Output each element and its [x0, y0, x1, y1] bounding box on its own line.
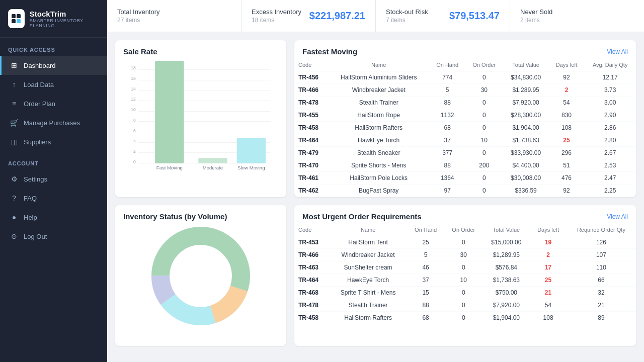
help-icon: ● — [10, 213, 19, 222]
cell-total-value: $33,930.00 — [503, 147, 548, 159]
cell-total-value: $7,920.00 — [482, 299, 530, 312]
sale-rate-card: Sale Rate 0 2 4 6 8 10 12 14 16 18 — [115, 40, 286, 197]
stats-row: Total Inventory 27 items Excess Inventor… — [107, 0, 644, 32]
table-row: TR-463 SunShelter cream 46 0 $576.84 17 … — [294, 261, 636, 274]
cell-days-left: 296 — [549, 147, 585, 159]
cell-on-hand: 15 — [407, 287, 444, 299]
cell-name: HawkEye Torch — [329, 274, 407, 287]
cell-total-value: $34,830.00 — [503, 71, 548, 84]
cell-on-hand: 25 — [407, 236, 444, 249]
cell-name: HailStorm Aluminium Sliders — [328, 71, 429, 84]
cell-code: TR-470 — [294, 159, 328, 172]
logo-subtitle: Smarter Inventory Planning — [30, 18, 99, 28]
sidebar-item-manage-purchases[interactable]: 🛒 Manage Purchases — [0, 113, 107, 132]
most-urgent-card: Most Urgent Order Requirements View All … — [294, 205, 636, 346]
load-data-icon: ↑ — [10, 80, 19, 89]
cell-name: HailStorm Tent — [329, 236, 407, 249]
cell-on-order: 0 — [444, 312, 482, 324]
cell-name: Windbreaker Jacket — [328, 84, 429, 97]
sidebar-item-order-plan[interactable]: ≡ Order Plan — [0, 94, 107, 113]
svg-rect-0 — [12, 14, 16, 18]
cell-on-hand: 68 — [407, 312, 444, 324]
svg-text:12: 12 — [131, 97, 136, 102]
stat-sub: 7 items — [386, 17, 428, 24]
cell-name: HailStorm Rope — [328, 109, 429, 122]
stat-value: $221,987.21 — [309, 10, 365, 22]
cell-on-hand: 5 — [429, 84, 465, 97]
cell-total-value: $15,000.00 — [482, 236, 530, 249]
table-row: TR-468 Sprite T Shirt - Mens 15 0 $750.0… — [294, 287, 636, 299]
sidebar-item-label: Help — [24, 214, 37, 221]
cell-avg-daily: 2.80 — [584, 134, 636, 147]
svg-rect-2 — [12, 19, 16, 23]
sidebar-item-help[interactable]: ● Help — [0, 208, 107, 227]
most-urgent-view-all[interactable]: View All — [607, 213, 628, 220]
stat-label: Excess Inventory — [252, 8, 301, 16]
cell-days-left: 54 — [549, 97, 585, 109]
svg-text:16: 16 — [131, 76, 136, 81]
bar-chart-area: 0 2 4 6 8 10 12 14 16 18 20 — [115, 56, 286, 176]
table-row: TR-455 HailStorm Rope 1132 0 $28,300.00 … — [294, 109, 636, 122]
cell-name: Stealth Trainer — [328, 97, 429, 109]
logo-icon — [8, 9, 25, 28]
cell-avg-daily: 3.73 — [584, 84, 636, 97]
settings-icon: ⚙ — [10, 174, 19, 184]
stat-value: $79,513.47 — [449, 10, 500, 22]
fastest-moving-header: Fastest Moving View All — [294, 40, 636, 59]
svg-rect-28 — [237, 138, 266, 163]
stat-label: Never Sold — [520, 8, 634, 16]
cell-req-qty: 107 — [567, 249, 636, 261]
col-code: Code — [294, 59, 328, 71]
sidebar-item-load-data[interactable]: ↑ Load Data — [0, 75, 107, 94]
svg-text:14: 14 — [131, 86, 136, 92]
cell-on-hand: 97 — [429, 185, 465, 197]
cell-days-left: 51 — [549, 159, 585, 172]
cell-days-left: 108 — [530, 312, 567, 324]
cell-on-hand: 37 — [407, 274, 444, 287]
cell-name: HailStorm Pole Locks — [328, 172, 429, 185]
cell-code: TR-458 — [294, 122, 328, 134]
svg-text:18: 18 — [131, 65, 136, 70]
table-row: TR-453 HailStorm Tent 25 0 $15,000.00 19… — [294, 236, 636, 249]
sidebar-item-suppliers[interactable]: ◫ Suppliers — [0, 132, 107, 151]
cell-name: HawkEye Torch — [328, 134, 429, 147]
sidebar-item-label: Log Out — [24, 233, 47, 240]
svg-text:Moderate: Moderate — [203, 165, 223, 170]
col-total-value: Total Value — [503, 59, 548, 71]
donut-chart — [145, 221, 256, 331]
cell-name: BugFast Spray — [328, 185, 429, 197]
cell-on-order: 0 — [465, 122, 503, 134]
cell-on-hand: 37 — [429, 134, 465, 147]
cell-code: TR-464 — [294, 274, 329, 287]
cell-avg-daily: 2.67 — [584, 147, 636, 159]
table-row: TR-461 HailStorm Pole Locks 1364 0 $30,0… — [294, 172, 636, 185]
svg-text:6: 6 — [133, 128, 136, 133]
cell-avg-daily: 2.86 — [584, 122, 636, 134]
table-row: TR-464 HawkEye Torch 37 10 $1,738.63 25 … — [294, 274, 636, 287]
col-on-order: On Order — [444, 224, 482, 236]
faq-icon: ? — [10, 194, 19, 203]
table-row: TR-478 Stealth Trainer 88 0 $7,920.00 54… — [294, 299, 636, 312]
most-urgent-header: Most Urgent Order Requirements View All — [294, 205, 636, 224]
cell-name: HailStorm Rafters — [329, 312, 407, 324]
cell-on-order: 0 — [444, 261, 482, 274]
stat-never-sold: Never Sold 2 items — [510, 0, 644, 32]
sidebar-item-dashboard[interactable]: ⊞ Dashboard — [0, 56, 107, 75]
cell-total-value: $30,008.00 — [503, 172, 548, 185]
svg-rect-26 — [155, 61, 184, 163]
sidebar-item-settings[interactable]: ⚙ Settings — [0, 169, 107, 189]
cell-on-hand: 46 — [407, 261, 444, 274]
cell-total-value: $4,400.00 — [503, 159, 548, 172]
fastest-moving-view-all[interactable]: View All — [607, 48, 628, 55]
most-urgent-title: Most Urgent Order Requirements — [302, 212, 422, 221]
col-req-qty: Required Order Qty — [567, 224, 636, 236]
cell-days-left: 25 — [549, 134, 585, 147]
cell-days-left: 92 — [549, 185, 585, 197]
cell-req-qty: 32 — [567, 287, 636, 299]
svg-text:2: 2 — [133, 149, 136, 154]
sidebar-item-faq[interactable]: ? FAQ — [0, 189, 107, 208]
sidebar-item-logout[interactable]: ⊙ Log Out — [0, 227, 107, 246]
col-total-value: Total Value — [482, 224, 530, 236]
cell-avg-daily: 2.90 — [584, 109, 636, 122]
cell-total-value: $1,738.63 — [503, 134, 548, 147]
